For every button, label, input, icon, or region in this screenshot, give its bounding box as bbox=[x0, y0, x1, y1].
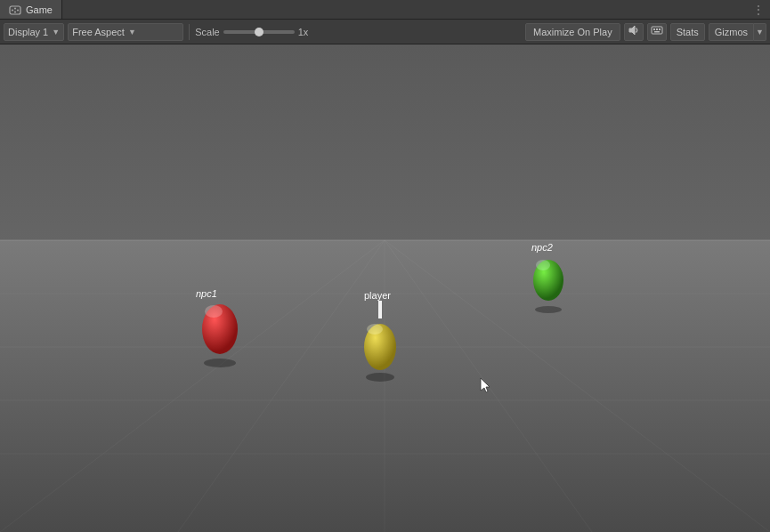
svg-point-3 bbox=[14, 11, 16, 12]
display-select[interactable]: Display 1 ▼ bbox=[4, 23, 64, 41]
svg-point-23 bbox=[204, 359, 236, 367]
maximize-on-play-button[interactable]: Maximize On Play bbox=[525, 23, 620, 41]
gizmos-button[interactable]: Gizmos bbox=[709, 23, 754, 41]
svg-point-31 bbox=[367, 324, 383, 335]
divider-1 bbox=[189, 24, 190, 40]
scale-thumb bbox=[255, 28, 263, 36]
display-label: Display 1 bbox=[8, 27, 48, 37]
svg-point-4 bbox=[17, 9, 19, 11]
scale-value: 1x bbox=[298, 27, 309, 37]
stats-button[interactable]: Stats bbox=[670, 23, 705, 41]
npc2-label: npc2 bbox=[531, 242, 553, 253]
game-viewport[interactable]: npc1 npc2 player bbox=[0, 44, 770, 532]
player-label: player bbox=[364, 290, 391, 301]
aspect-select[interactable]: Free Aspect ▼ bbox=[68, 23, 183, 41]
keyboard-button[interactable] bbox=[647, 23, 667, 41]
svg-point-29 bbox=[366, 373, 394, 382]
tab-menu-button[interactable]: ⋮ bbox=[752, 3, 770, 17]
gizmos-label: Gizmos bbox=[715, 27, 748, 37]
aspect-label: Free Aspect bbox=[72, 27, 125, 37]
keyboard-icon bbox=[651, 24, 663, 39]
tab-game-label: Game bbox=[26, 4, 53, 15]
svg-marker-5 bbox=[629, 26, 635, 35]
svg-point-2 bbox=[14, 7, 16, 9]
gizmos-group: Gizmos ▼ bbox=[709, 23, 766, 41]
display-arrow-icon: ▼ bbox=[52, 28, 60, 36]
svg-point-28 bbox=[536, 260, 550, 270]
scale-group: Scale 1x bbox=[195, 27, 308, 37]
audio-button[interactable] bbox=[624, 23, 644, 41]
gizmos-arrow-icon: ▼ bbox=[756, 28, 764, 36]
svg-point-26 bbox=[535, 306, 562, 313]
maximize-label: Maximize On Play bbox=[533, 27, 612, 37]
svg-rect-10 bbox=[654, 31, 660, 33]
audio-icon bbox=[628, 24, 640, 39]
game-icon bbox=[9, 4, 21, 16]
gizmos-dropdown-button[interactable]: ▼ bbox=[754, 23, 766, 41]
svg-rect-8 bbox=[656, 28, 658, 30]
tab-bar: Game ⋮ bbox=[0, 0, 770, 20]
svg-marker-12 bbox=[0, 240, 770, 532]
svg-point-1 bbox=[12, 9, 13, 11]
svg-point-25 bbox=[205, 305, 223, 318]
svg-rect-9 bbox=[659, 28, 661, 30]
scale-slider[interactable] bbox=[223, 30, 295, 34]
svg-rect-32 bbox=[378, 301, 382, 318]
toolbar: Display 1 ▼ Free Aspect ▼ Scale 1x Maxim… bbox=[0, 20, 770, 44]
stats-label: Stats bbox=[677, 27, 699, 37]
svg-rect-0 bbox=[10, 6, 20, 14]
svg-rect-7 bbox=[653, 28, 655, 30]
scale-label: Scale bbox=[195, 27, 220, 37]
tab-game[interactable]: Game bbox=[0, 0, 62, 19]
scene-svg: npc1 npc2 player bbox=[0, 44, 770, 532]
npc1-label: npc1 bbox=[196, 288, 217, 299]
aspect-arrow-icon: ▼ bbox=[128, 28, 136, 36]
